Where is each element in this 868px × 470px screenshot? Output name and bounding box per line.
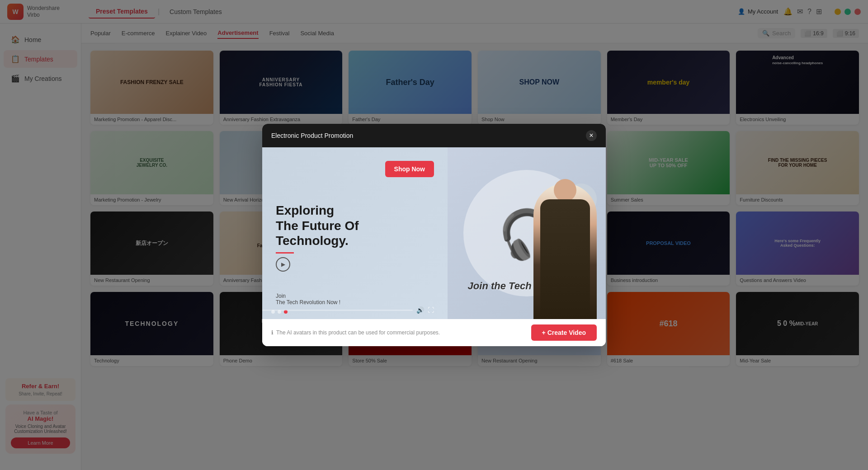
modal-video-area: Shop Now ExploringThe Future OfTechnolog… xyxy=(262,147,606,319)
modal-controls: ⏸ 00:09/00:12 🔊 ⛶ xyxy=(262,306,434,314)
avatar-figure xyxy=(533,183,597,319)
modal-play-button[interactable]: ▶ xyxy=(276,257,290,272)
modal-overlay[interactable]: Electronic Product Promotion × Shop Now … xyxy=(0,0,868,470)
create-video-button[interactable]: + Create Video xyxy=(531,324,597,341)
video-progress-bar[interactable] xyxy=(262,310,413,311)
modal-dialog: Electronic Product Promotion × Shop Now … xyxy=(262,124,606,346)
modal-avatar-area xyxy=(524,174,606,319)
info-icon: ℹ xyxy=(271,329,274,336)
modal-join-text: Join The Tech Revolution Now ! xyxy=(276,293,434,306)
modal-title: Electronic Product Promotion xyxy=(271,132,353,139)
modal-video-content: Shop Now ExploringThe Future OfTechnolog… xyxy=(262,147,448,319)
modal-footer: ℹ The AI avatars in this product can be … xyxy=(262,319,606,346)
modal-headline: ExploringThe Future OfTechnology. xyxy=(276,203,434,249)
volume-button[interactable]: 🔊 xyxy=(416,306,424,314)
fullscreen-button[interactable]: ⛶ xyxy=(428,306,434,314)
modal-header: Electronic Product Promotion × xyxy=(262,124,606,147)
shop-now-button[interactable]: Shop Now xyxy=(385,161,434,177)
footer-notice: ℹ The AI avatars in this product can be … xyxy=(271,329,440,336)
modal-red-line xyxy=(276,252,294,254)
modal-close-button[interactable]: × xyxy=(586,130,597,141)
